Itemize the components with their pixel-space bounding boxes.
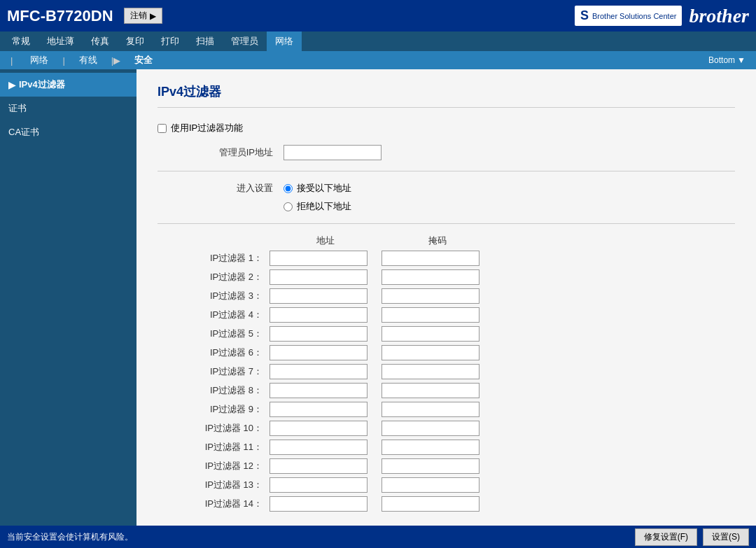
filter-label-7: IP过滤器 7： <box>158 365 270 378</box>
settings-button[interactable]: 设置(S) <box>703 528 749 546</box>
tab-admin[interactable]: 管理员 <box>223 31 267 51</box>
sidebar-item-ipv4filter[interactable]: ▶ IPv4过滤器 <box>0 73 136 97</box>
filter-addr-5[interactable] <box>270 326 368 342</box>
filter-addr-10[interactable] <box>270 421 368 436</box>
radio-reject-label: 拒绝以下地址 <box>297 200 351 213</box>
filter-mask-5[interactable] <box>382 326 479 342</box>
device-title: MFC-B7720DN <box>7 7 113 25</box>
incoming-radio-group: 接受以下地址 拒绝以下地址 <box>284 182 351 213</box>
filter-label-11: IP过滤器 11： <box>158 441 270 454</box>
tab-fax[interactable]: 传真 <box>83 31 118 51</box>
fix-settings-button[interactable]: 修复设置(F) <box>635 528 697 546</box>
filter-row-4: IP过滤器 4： <box>158 307 735 323</box>
filter-addr-9[interactable] <box>270 402 368 417</box>
filter-mask-4[interactable] <box>382 307 479 323</box>
filter-mask-10[interactable] <box>382 421 479 436</box>
layout: ▶ IPv4过滤器 证书 CA证书 IPv4过滤器 使用IP过滤器功能 管理员I… <box>0 69 756 526</box>
divider2 <box>158 223 735 224</box>
tab-address[interactable]: 地址薄 <box>38 31 83 51</box>
filter-addr-13[interactable] <box>270 477 368 493</box>
use-filter-row: 使用IP过滤器功能 <box>158 122 735 134</box>
admin-ip-label: 管理员IP地址 <box>158 146 284 159</box>
filter-addr-14[interactable] <box>270 496 368 512</box>
filter-addr-7[interactable] <box>270 364 368 379</box>
filter-addr-8[interactable] <box>270 383 368 398</box>
filter-label-12: IP过滤器 12： <box>158 460 270 472</box>
filter-row-9: IP过滤器 9： <box>158 402 735 417</box>
use-filter-checkbox[interactable] <box>158 124 167 133</box>
admin-ip-row: 管理员IP地址 <box>158 145 735 160</box>
bottom-arrow-icon: ▼ <box>737 55 746 65</box>
filter-row-14: IP过滤器 14： <box>158 496 735 512</box>
filter-mask-11[interactable] <box>382 440 479 455</box>
status-bar: 当前安全设置会使计算机有风险。 修复设置(F) 设置(S) <box>0 526 756 548</box>
sidebar-arrow-icon: ▶ <box>8 80 15 90</box>
filter-addr-2[interactable] <box>270 269 368 285</box>
filter-mask-7[interactable] <box>382 364 479 379</box>
logout-button[interactable]: 注销 ▶ <box>124 8 162 24</box>
filter-label-9: IP过滤器 9： <box>158 403 270 416</box>
filter-addr-6[interactable] <box>270 345 368 360</box>
filter-mask-3[interactable] <box>382 288 479 304</box>
filter-mask-1[interactable] <box>382 251 479 266</box>
solutions-center[interactable]: S Brother Solutions Center <box>575 6 682 26</box>
filter-label-10: IP过滤器 10： <box>158 422 270 435</box>
filter-mask-2[interactable] <box>382 269 479 285</box>
radio-accept-row: 接受以下地址 <box>284 182 351 195</box>
filter-row-2: IP过滤器 2： <box>158 269 735 285</box>
filter-mask-13[interactable] <box>382 477 479 493</box>
sub-tab-network[interactable]: 网络 <box>16 54 62 66</box>
tab-copy[interactable]: 复印 <box>118 31 153 51</box>
filter-addr-3[interactable] <box>270 288 368 304</box>
tab-general[interactable]: 常规 <box>4 31 38 51</box>
filter-row-11: IP过滤器 11： <box>158 440 735 455</box>
filter-mask-9[interactable] <box>382 402 479 417</box>
filter-label-1: IP过滤器 1： <box>158 252 270 265</box>
filter-mask-8[interactable] <box>382 383 479 398</box>
filter-addr-11[interactable] <box>270 440 368 455</box>
sidebar: ▶ IPv4过滤器 证书 CA证书 <box>0 69 136 526</box>
tab-print[interactable]: 打印 <box>153 31 188 51</box>
filter-label-2: IP过滤器 2： <box>158 271 270 283</box>
filter-row-1: IP过滤器 1： <box>158 251 735 266</box>
filter-addr-1[interactable] <box>270 251 368 266</box>
tab-scan[interactable]: 扫描 <box>188 31 223 51</box>
solutions-icon: S <box>580 8 589 23</box>
tab-network[interactable]: 网络 <box>267 31 302 51</box>
filter-addr-12[interactable] <box>270 458 368 474</box>
sidebar-item-ca-cert[interactable]: CA证书 <box>0 120 136 144</box>
filter-row-13: IP过滤器 13： <box>158 477 735 493</box>
filter-label-8: IP过滤器 8： <box>158 384 270 397</box>
divider1 <box>158 171 735 171</box>
sub-nav-sep1: | <box>10 55 13 66</box>
sub-tab-wired[interactable]: 有线 <box>65 54 111 66</box>
bottom-button[interactable]: Bottom ▼ <box>708 55 746 65</box>
filter-row-3: IP过滤器 3： <box>158 288 735 304</box>
use-filter-label: 使用IP过滤器功能 <box>171 122 243 134</box>
sub-nav-sep3: |▶ <box>111 55 120 66</box>
nav-tabs: 常规 地址薄 传真 复印 打印 扫描 管理员 网络 <box>0 31 756 51</box>
radio-accept[interactable] <box>284 184 293 193</box>
filter-row-7: IP过滤器 7： <box>158 364 735 379</box>
filter-mask-14[interactable] <box>382 496 479 512</box>
filter-addr-4[interactable] <box>270 307 368 323</box>
sub-tab-security[interactable]: 安全 <box>120 54 167 66</box>
status-text: 当前安全设置会使计算机有风险。 <box>7 531 133 543</box>
admin-ip-input[interactable] <box>284 145 382 160</box>
sub-nav: | 网络 | 有线 |▶ 安全 Bottom ▼ <box>0 51 756 69</box>
filter-table: 地址 掩码 IP过滤器 1： IP过滤器 2： IP过滤器 3： IP过滤器 4… <box>158 234 735 512</box>
filter-label-14: IP过滤器 14： <box>158 498 270 510</box>
sidebar-item-cert[interactable]: 证书 <box>0 97 136 120</box>
main-content: IPv4过滤器 使用IP过滤器功能 管理员IP地址 进入设置 接受以下地址 拒绝… <box>136 69 756 526</box>
header: MFC-B7720DN 注销 ▶ S Brother Solutions Cen… <box>0 0 756 31</box>
filter-mask-6[interactable] <box>382 345 479 360</box>
filter-label-3: IP过滤器 3： <box>158 290 270 302</box>
radio-reject[interactable] <box>284 202 293 211</box>
radio-accept-label: 接受以下地址 <box>297 182 351 195</box>
col-mask-label: 掩码 <box>382 234 493 247</box>
filter-mask-12[interactable] <box>382 458 479 474</box>
header-right: S Brother Solutions Center brother <box>575 5 749 27</box>
filter-row-6: IP过滤器 6： <box>158 345 735 360</box>
brother-logo: brother <box>689 5 749 27</box>
incoming-label: 进入设置 <box>158 182 284 195</box>
